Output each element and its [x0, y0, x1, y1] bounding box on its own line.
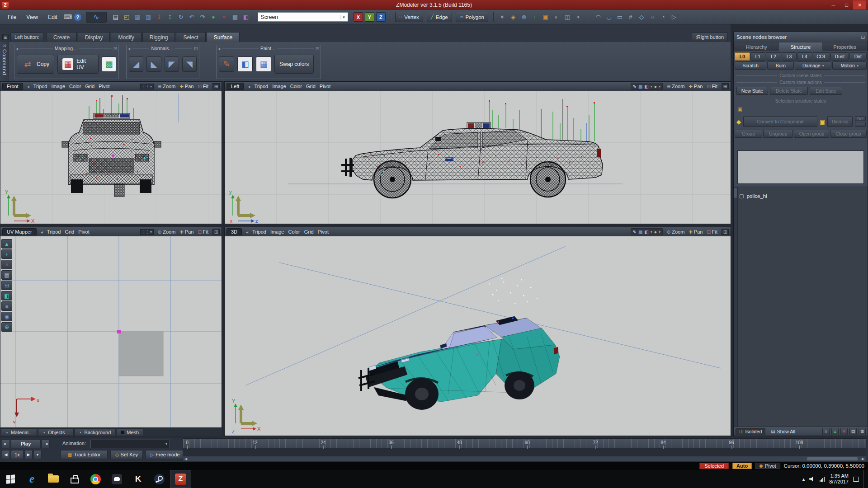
timeline-scrollbar[interactable]: ◀ ▶	[183, 456, 866, 461]
tab-display[interactable]: Display	[78, 32, 110, 42]
show-desktop-strip[interactable]	[863, 470, 866, 488]
collapse-icon[interactable]: ◂	[27, 84, 29, 89]
tab-background[interactable]: ▲ Background	[75, 428, 116, 436]
pan-tool[interactable]: ✚Pan	[179, 229, 193, 235]
redo-icon[interactable]: ↷	[198, 13, 207, 22]
lod-l2-button[interactable]: L2	[766, 52, 781, 61]
select-dropdown-icon[interactable]: ▾	[574, 13, 583, 22]
circle-tool-icon[interactable]: ○	[648, 13, 657, 22]
shaded-mode-icon[interactable]: ▩	[638, 230, 642, 235]
fill-color-icon[interactable]: ◧	[237, 56, 253, 72]
tab-material[interactable]: ▲ Material...	[1, 428, 37, 436]
timeline-ruler[interactable]: 0 12 24 36 48 60 72 84 96 108	[183, 439, 866, 449]
smooth-normals-icon[interactable]: ◤	[165, 56, 179, 72]
auto-badge[interactable]: Auto	[732, 463, 752, 469]
go-start-button[interactable]: ⇤	[2, 439, 10, 448]
viewport-layout-icon[interactable]: ⊞	[212, 83, 220, 89]
uv-zoom-icon[interactable]: ⊕	[1, 322, 12, 332]
copy-mapping-button[interactable]: ⇄ Copy	[17, 55, 54, 74]
lod-l0-button[interactable]: L0	[735, 52, 750, 61]
set-key-button[interactable]: ◇ Set Key	[110, 450, 143, 459]
lattice-tool-icon[interactable]: #	[626, 13, 635, 22]
speed-button[interactable]: 1x	[11, 450, 24, 459]
uv-delete-icon[interactable]: ×	[1, 260, 12, 269]
paint-brush-icon[interactable]: ✎	[219, 56, 234, 72]
diamond-tool-icon[interactable]: ◇	[637, 13, 646, 22]
new-file-icon[interactable]: ▤	[111, 13, 120, 22]
axis-y-button[interactable]: Y	[365, 12, 374, 22]
half-select-icon[interactable]: ◐	[552, 13, 561, 22]
uv-tile-icon[interactable]: ⊞	[1, 281, 12, 290]
polygon-mode-button[interactable]: ▱ Polygon	[456, 12, 488, 22]
viewport-3d-canvas[interactable]: Y X Z	[225, 236, 731, 436]
menu-grid[interactable]: Grid	[304, 229, 314, 235]
lod-dirt-button[interactable]: Dirt	[849, 52, 867, 61]
edge-mode-button[interactable]: ╱ Edge	[427, 12, 452, 22]
folder-icon[interactable]: ▣	[737, 106, 742, 113]
cells-view-icon[interactable]: ⊞	[859, 428, 866, 435]
render-mode-icons[interactable]: ✎ ▩ ◧ ▾ ● ▾	[631, 228, 663, 235]
taskbar-explorer[interactable]	[42, 470, 64, 488]
lod-l4-button[interactable]: L4	[797, 52, 812, 61]
open-group-button[interactable]: Open group	[794, 130, 829, 138]
volume-icon[interactable]	[809, 477, 815, 482]
refresh-icon[interactable]: ↻	[176, 13, 185, 22]
zoom-tool[interactable]: ⊕Zoom	[158, 84, 176, 89]
checker-preview-icon[interactable]: ▩	[102, 56, 116, 72]
tab-modify[interactable]: Modify	[111, 32, 141, 42]
uv-target-icon[interactable]: ◉	[1, 312, 12, 321]
keyboard-shortcuts-icon[interactable]: ⌨	[63, 13, 72, 22]
menu-color[interactable]: Color	[69, 84, 81, 89]
maximize-button[interactable]: □	[840, 0, 853, 9]
viewport-layout-icon[interactable]: ⊞	[722, 229, 729, 235]
zoom-tool[interactable]: ⊕Zoom	[667, 84, 685, 89]
left-button-chip[interactable]: Left button:	[10, 33, 43, 41]
square-select-icon[interactable]: ▣	[541, 13, 550, 22]
fit-tool[interactable]: ⊡Fit	[707, 229, 717, 235]
screen-select[interactable]: Screen ▾	[258, 12, 348, 22]
tab-structure[interactable]: Structure	[779, 42, 823, 51]
textured-mode-icon[interactable]: ◧	[644, 84, 648, 89]
open-file-icon[interactable]: ◰	[122, 13, 131, 22]
axis-x-button[interactable]: X	[354, 12, 363, 22]
dismiss-button[interactable]: Dismiss	[827, 116, 853, 127]
menu-grid[interactable]: Grid	[306, 84, 316, 89]
minimize-button[interactable]: ─	[827, 0, 840, 9]
viewport-layout-icon[interactable]: ⊞	[212, 229, 220, 235]
lod-l1-button[interactable]: L1	[750, 52, 766, 61]
tray-clock[interactable]: 1:35 AM 8/7/2017	[829, 473, 849, 485]
pan-tool[interactable]: ✚Pan	[689, 229, 703, 235]
taskbar-k-app[interactable]: K	[127, 470, 149, 488]
timeline-scroll-thumb[interactable]	[807, 457, 858, 460]
unify-normals-icon[interactable]: ◣	[146, 56, 161, 72]
collapse-icon[interactable]: ◂	[41, 230, 43, 235]
step-back-button[interactable]: ◀	[2, 450, 10, 459]
delete-state-button[interactable]: Delete State	[770, 87, 808, 95]
menu-edit[interactable]: Edit	[44, 13, 61, 21]
menu-image[interactable]: Image	[52, 84, 66, 89]
free-mode-button[interactable]: ▷ Free mode	[146, 450, 184, 459]
target-tool-icon[interactable]: ⌖	[498, 13, 507, 22]
triangle-tool-icon[interactable]: ▷	[670, 13, 679, 22]
start-button[interactable]	[0, 470, 21, 488]
popout-icon[interactable]: ⊡	[316, 46, 319, 51]
arc-tool-icon[interactable]: ◠	[594, 13, 603, 22]
right-button-chip[interactable]: :Right button	[692, 33, 728, 41]
new-state-button[interactable]: New State	[736, 87, 768, 95]
track-editor-button[interactable]: ▦ Track Editor	[61, 450, 108, 459]
viewport-uv-name[interactable]: UV Mapper	[2, 228, 37, 235]
pan-tool[interactable]: ✚Pan	[689, 84, 703, 89]
lighting-dropdown-icon[interactable]: ▾	[659, 84, 660, 89]
mirror-icon[interactable]: ◧	[241, 13, 250, 22]
menu-tripod[interactable]: Tripod	[33, 84, 47, 89]
viewport-front-canvas[interactable]: Y X	[0, 91, 222, 224]
pie-tool-icon[interactable]: ◔	[659, 13, 668, 22]
group-button[interactable]: Group	[735, 130, 762, 138]
palette-icon[interactable]: ▦	[256, 56, 271, 72]
taskbar-steam[interactable]	[149, 470, 170, 488]
viewport-uv-canvas[interactable]: v u ▲ + × ▦ ⊞ ◧ ≡ ◉ ⊕	[0, 236, 222, 436]
popout-icon[interactable]: ⊡	[194, 46, 198, 51]
link-button[interactable]	[855, 122, 866, 127]
go-end-button[interactable]: ⇥	[42, 439, 50, 448]
close-group-button[interactable]: Close group	[830, 130, 867, 138]
